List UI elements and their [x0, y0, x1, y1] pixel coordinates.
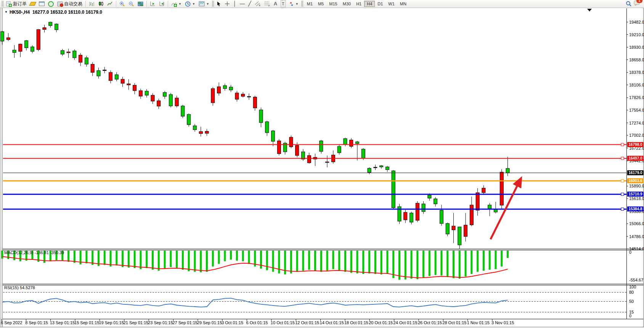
axis-label: 100: [629, 285, 636, 289]
line-handle[interactable]: [621, 193, 624, 195]
crosshair-tool-button[interactable]: [223, 0, 231, 7]
timeframe-m30[interactable]: M30: [340, 1, 353, 7]
macd-histogram-bar: [176, 251, 178, 268]
axis-label: -554.67: [629, 278, 643, 282]
macd-histogram-bar: [152, 251, 154, 270]
highlighter-button[interactable]: [29, 0, 37, 7]
macd-histogram-bar: [200, 251, 202, 272]
macd-histogram-bar: [446, 251, 448, 277]
timeframe-m5[interactable]: M5: [315, 1, 326, 7]
line-handle[interactable]: [621, 157, 624, 160]
channel-tool-button[interactable]: E: [253, 0, 262, 7]
auto-scroll-button[interactable]: [148, 0, 157, 7]
hline-tool-button[interactable]: —: [238, 0, 246, 7]
macd-histogram-bar: [248, 251, 250, 264]
axis-label: 8 Sep 01:15: [25, 320, 48, 325]
candlestick-mode-button[interactable]: [96, 0, 105, 7]
chat-button[interactable]: 1: [634, 0, 640, 8]
chart-shift-button[interactable]: [157, 0, 166, 7]
axis-label: 18658.0: [629, 58, 644, 62]
candle-body: [271, 131, 275, 141]
zoom-out-button[interactable]: [127, 0, 136, 7]
timeframe-h4[interactable]: H4: [364, 1, 375, 7]
toolbar-grip[interactable]: [301, 1, 303, 7]
macd-histogram-bar: [134, 251, 136, 268]
candle-body: [6, 38, 10, 40]
line-handle[interactable]: [621, 143, 624, 146]
chevron-down-icon: ▼: [206, 2, 209, 6]
candle-body: [67, 52, 70, 53]
timeframe-m15[interactable]: M15: [326, 1, 340, 7]
candle-body: [169, 94, 172, 106]
line-handle[interactable]: [621, 208, 624, 210]
navigator-button[interactable]: [47, 0, 55, 7]
toolbar-grip[interactable]: [2, 1, 3, 7]
text-tool-button[interactable]: A: [272, 0, 279, 7]
candle-body: [31, 47, 34, 51]
candle-body: [380, 166, 383, 167]
cursor-tool-button[interactable]: [215, 0, 223, 7]
macd-histogram-bar: [146, 251, 148, 268]
indicators-button[interactable]: ▼: [170, 0, 183, 7]
macd-histogram-bar: [471, 251, 472, 274]
fibonacci-tool-button[interactable]: F: [263, 0, 272, 7]
macd-histogram-bar: [85, 251, 87, 263]
tile-windows-button[interactable]: [136, 0, 145, 7]
bar-chart-mode-button[interactable]: [87, 0, 96, 7]
toolbar-grip[interactable]: [212, 1, 214, 7]
axis-label: 17274.0: [629, 121, 644, 125]
axis-label: 19482.0: [629, 20, 644, 24]
zoom-in-button[interactable]: [118, 0, 127, 7]
candle-body: [43, 28, 46, 30]
macd-histogram-bar: [477, 251, 479, 272]
chart-title: ▼HK50-,H4 16277.0 16532.0 16110.0 16179.…: [5, 10, 102, 15]
chevron-down-icon: ▼: [192, 2, 195, 6]
macd-histogram-bar: [440, 251, 442, 275]
axis-label: 18930.0: [629, 45, 644, 50]
candle-body: [253, 97, 257, 108]
label-tool-button[interactable]: T: [279, 0, 287, 7]
trendline-tool-button[interactable]: ╱: [247, 0, 253, 7]
axis-label: 24 Oct 01:15: [393, 320, 418, 325]
line-handle[interactable]: [621, 179, 624, 182]
arrows-tool-button[interactable]: ▼: [287, 0, 300, 7]
periods-button[interactable]: ▼: [183, 0, 197, 7]
autotrading-button[interactable]: 自动交易: [56, 0, 84, 7]
macd-histogram-bar: [392, 251, 394, 278]
line-chart-mode-button[interactable]: [106, 0, 114, 7]
timeframe-w1[interactable]: W1: [385, 1, 397, 7]
timeframe-h1[interactable]: H1: [353, 1, 364, 7]
macd-histogram-bar: [164, 251, 166, 269]
data-window-button[interactable]: [37, 0, 46, 7]
timeframe-d1[interactable]: D1: [375, 1, 385, 7]
candle-body: [416, 203, 419, 220]
axis-label: 15066.0: [629, 221, 644, 226]
timeframe-mn[interactable]: MN: [397, 1, 409, 7]
vline-tool-button[interactable]: │: [232, 0, 238, 7]
timeframe-m1[interactable]: M1: [304, 1, 315, 7]
candle-body: [157, 101, 161, 106]
macd-histogram-bar: [158, 251, 160, 271]
toolbar: 新订单 自动交易: [0, 0, 644, 8]
axis-label: 15 Sep 01:15: [74, 320, 99, 325]
macd-histogram-bar: [266, 251, 268, 270]
chart-canvas[interactable]: 19482.019210.018930.018658.018378.018106…: [0, 0, 644, 328]
template-icon: [199, 1, 205, 6]
candle-body: [482, 188, 485, 193]
toolbar-separator: [168, 1, 168, 7]
new-order-button[interactable]: 新订单: [5, 0, 28, 7]
axis-label: 12 Oct 01:15: [295, 320, 319, 325]
search-button[interactable]: [624, 0, 633, 7]
arrows-tool-icon: [289, 2, 294, 6]
macd-histogram-bar: [507, 251, 509, 258]
fibonacci-icon: F: [264, 1, 270, 6]
macd-histogram-bar: [140, 251, 141, 269]
chart-dropdown-icon[interactable]: ▼: [5, 10, 8, 14]
data-window-icon: [39, 2, 45, 6]
template-button[interactable]: ▼: [197, 0, 211, 7]
macd-histogram-bar: [308, 251, 310, 270]
macd-histogram-bar: [386, 251, 388, 274]
macd-histogram-bar: [368, 251, 370, 274]
zoom-out-icon: [128, 1, 134, 7]
candle-body: [187, 114, 191, 125]
